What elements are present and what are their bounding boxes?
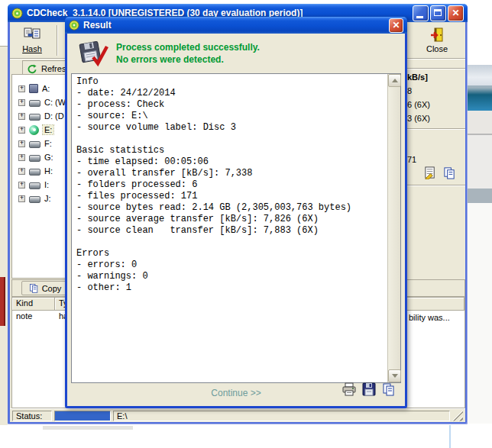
expand-icon[interactable] (18, 140, 25, 147)
cell-kind: note (12, 311, 55, 323)
status-label: Status: (12, 411, 52, 421)
expand-icon[interactable] (18, 195, 25, 202)
status-bar: Status: E:\ (10, 408, 465, 422)
close-icon: ✕ (448, 6, 463, 21)
copy-button-label: Copy (42, 284, 62, 293)
maximize-button[interactable] (430, 5, 446, 21)
close-window-button[interactable]: ✕ (448, 5, 464, 21)
dialog-close-button[interactable]: ✕ (389, 18, 403, 33)
window-shadow (43, 426, 133, 430)
hard-drive-icon (29, 169, 40, 176)
background-red-graphic (0, 277, 5, 326)
hard-drive-icon (29, 100, 40, 107)
stats-value-fragment: 8 (407, 86, 412, 95)
progress-bar (54, 411, 111, 421)
dialog-title: Result (83, 20, 112, 31)
statistics-panel: kB/s] 8 6 (6X) 3 (6X) 71 (407, 22, 465, 282)
copy-icon (29, 283, 39, 293)
report-content: Info - date: 24/12/2014 - process: Check… (72, 74, 387, 382)
background-window-edge (449, 425, 451, 448)
column-header-kind[interactable]: Kind (12, 298, 55, 310)
cell-message-fragment: bility was... (409, 313, 450, 322)
stats-value-fragment: 3 (6X) (407, 114, 430, 123)
background-window-right (464, 65, 492, 424)
floppy-drive-icon (29, 84, 38, 93)
expand-icon[interactable] (18, 113, 25, 120)
toolbar-separator (57, 25, 58, 56)
chevron-down-icon (392, 374, 398, 381)
result-message: Process completed successfully. No error… (116, 41, 260, 66)
result-message-line1: Process completed successfully. (116, 41, 260, 53)
expand-icon[interactable] (18, 99, 25, 106)
save-icon[interactable] (362, 382, 376, 396)
result-dialog: Result ✕ Process completed successfully. (65, 17, 407, 408)
refresh-icon (28, 64, 37, 74)
chevron-up-icon (392, 76, 398, 82)
scrollbar[interactable] (387, 74, 400, 382)
cd-drive-icon (29, 125, 39, 135)
dialog-titlebar[interactable]: Result ✕ (65, 17, 407, 34)
minimize-icon (416, 16, 423, 18)
hard-drive-icon (29, 182, 40, 189)
expand-icon[interactable] (18, 127, 25, 134)
result-message-line2: No errors were detected. (116, 53, 260, 66)
stats-value-fragment: 6 (6X) (407, 100, 430, 109)
scroll-up-button[interactable] (388, 74, 401, 87)
report-icon[interactable] (424, 166, 437, 179)
copy-button[interactable]: Copy (21, 281, 69, 295)
expand-icon[interactable] (18, 85, 25, 92)
minimize-button[interactable] (413, 5, 429, 21)
scroll-down-button[interactable] (388, 369, 401, 382)
desktop: CDCheck 3.1.14.0 [UNREGISTERED (30 day e… (0, 0, 492, 448)
hard-drive-icon (29, 114, 40, 121)
copy-icon[interactable] (443, 166, 456, 179)
hard-drive-icon (29, 155, 40, 162)
expand-icon[interactable] (18, 182, 25, 189)
resize-grip[interactable] (452, 411, 463, 421)
status-path: E:\ (113, 411, 450, 421)
report-text-area[interactable]: Info - date: 24/12/2014 - process: Check… (71, 73, 401, 383)
cd-app-icon (69, 20, 79, 31)
hard-drive-icon (29, 196, 40, 203)
maximize-icon (434, 9, 442, 16)
cd-app-icon (11, 8, 23, 19)
stats-heading-fragment: kB/s] (407, 73, 428, 82)
expand-icon[interactable] (18, 154, 25, 161)
hash-button-label: Hash (22, 44, 42, 53)
disk-check-icon (78, 40, 108, 68)
copy-icon[interactable] (382, 382, 396, 396)
close-icon: ✕ (390, 19, 403, 32)
hard-drive-icon (29, 141, 40, 148)
stats-count-fragment: 71 (407, 155, 416, 164)
hash-button[interactable]: Hash (14, 24, 50, 56)
print-icon[interactable] (342, 382, 356, 396)
expand-icon[interactable] (18, 168, 25, 175)
dialog-body: Process completed successfully. No error… (67, 34, 405, 406)
hash-icon (24, 27, 40, 43)
background-window-left (0, 46, 8, 425)
